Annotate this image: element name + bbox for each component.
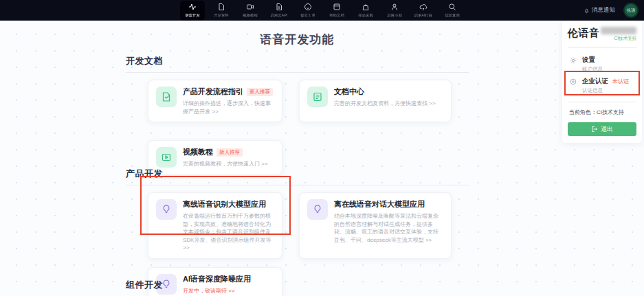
nav-item-cloud-api[interactable]: 启用云API (267, 1, 291, 21)
section-header-components: 组件开发 (126, 279, 469, 296)
menu-item-title: 设置 (582, 56, 603, 65)
section-component-dev: 组件开发 (126, 279, 469, 296)
doc-center-icon (307, 87, 328, 107)
cert-status: 未认证 (612, 78, 629, 85)
activity-icon (188, 3, 197, 11)
newbie-badge: 新人推荐 (247, 88, 273, 96)
bag-icon (362, 3, 370, 11)
card-body: 文档中心 完善的开发文档及资料，方便快速查找 >> (334, 87, 436, 115)
current-role-text: 当前角色：CI技术支持 (568, 108, 636, 117)
nav-item-ai-tagging[interactable]: 启用AI打标 (411, 1, 436, 21)
nav-item-label: 开发资料 (214, 12, 229, 18)
notification-label: 消息通知 (592, 6, 615, 14)
nav-item-video-tutorials[interactable]: 视频教程 (238, 1, 263, 21)
card-title: 视频教程 (183, 147, 213, 157)
card-desc: 完善的开发文档及资料，方便快速查找 >> (334, 100, 436, 108)
redacted-text (601, 27, 636, 34)
nav-item-info-search[interactable]: 信息查询 (440, 1, 465, 21)
menu-item-title: 企业认证 (582, 77, 608, 86)
cloud-upload-icon (419, 3, 428, 11)
bell-icon (584, 8, 590, 14)
nav-items-group: 语音开发 开发资料 视频教程 启用云API 提交工单 帮助文档 样品采购 启用 (180, 1, 465, 21)
logout-button[interactable]: 退出 (568, 122, 636, 136)
docs-card-grid: 产品开发流程指引 新人推荐 详细的操作描述，逐步深入，快速掌握产品开发 >> 文… (148, 80, 469, 175)
menu-item-sub: 认证信息 (582, 87, 629, 94)
card-desc: 结合本地深度降噪及唤醒等算法和云端复杂的自然语言理解与对话生成任务，提供多轮、流… (334, 212, 443, 244)
nav-item-submit-ticket[interactable]: 提交工单 (296, 1, 320, 21)
nav-item-label: 启用AI打标 (414, 12, 432, 18)
avatar-text: 伦语 (627, 8, 636, 14)
file-icon (217, 3, 225, 11)
card-body: 离在线语音对话大模型应用 结合本地深度降噪及唤醒等算法和云端复杂的自然语言理解与… (334, 199, 443, 252)
bulb-icon (156, 199, 177, 220)
card-title: 离线语音识别大模型应用 (183, 199, 266, 209)
nav-item-label: 帮助文档 (329, 12, 344, 18)
card-title: 离在线语音对话大模型应用 (334, 199, 425, 209)
avatar[interactable]: 伦语 (623, 3, 639, 18)
nav-item-label: 启用小助 (387, 12, 402, 18)
section-product-dev: 产品开发 离线语音识别大模型应用 在设备端运行数百万到千万参数的模型，实现高效、… (126, 168, 469, 296)
section-header-products: 产品开发 (126, 168, 469, 185)
bulb-icon (307, 199, 328, 220)
section-dev-docs: 开发文档 产品开发流程指引 新人推荐 详细的操作描述，逐步深入，快速掌握产品开发… (126, 55, 469, 175)
nav-item-dev-materials[interactable]: 开发资料 (209, 1, 234, 21)
user-icon (390, 3, 399, 11)
card-body: 视频教程 新人推荐 完善的视频教程，方便快速入门 >> (183, 147, 268, 168)
nav-item-help-docs[interactable]: 帮助文档 (324, 1, 349, 21)
newbie-badge: 新人推荐 (216, 148, 243, 157)
cert-gear-icon (569, 78, 577, 86)
menu-item-settings[interactable]: 设置 账户信息 (568, 54, 636, 75)
divider (568, 47, 636, 48)
video-book-icon (156, 147, 177, 168)
card-body: 离线语音识别大模型应用 在设备端运行数百万到千万参数的模型，实现高效、准确地将语… (183, 199, 274, 252)
help-box-icon (333, 3, 341, 11)
nav-item-label: 启用云API (270, 12, 287, 18)
search-icon (448, 3, 456, 11)
user-name: 伦语音 (568, 27, 600, 42)
card-title: 文档中心 (334, 87, 364, 97)
support-icon (304, 3, 312, 11)
nav-item-label: 样品采购 (358, 12, 373, 18)
logout-label: 退出 (601, 125, 613, 134)
menu-item-sub: 账户信息 (582, 66, 603, 73)
card-title: 产品开发流程指引 (183, 87, 243, 97)
card-desc: 在设备端运行数百万到千万参数的模型，实现高效、准确地将语音转化为文本或指令；包含… (183, 212, 274, 252)
menu-item-enterprise-cert[interactable]: 企业认证 未认证 认证信息 (568, 75, 636, 96)
user-panel-header: 伦语音 CI技术支持 (568, 27, 636, 42)
user-panel: 伦语音 CI技术支持 设置 账户信息 企业认证 未认证 认证信息 当前角色：CI… (562, 21, 642, 143)
card-offline-asr[interactable]: 离线语音识别大模型应用 在设备端运行数百万到千万参数的模型，实现高效、准确地将语… (148, 192, 282, 259)
nav-item-label: 视频教程 (243, 12, 258, 18)
nav-item-label: 提交工单 (300, 12, 315, 18)
divider (568, 102, 636, 102)
nav-right-group: 消息通知 伦语 (584, 0, 639, 21)
card-desc: 详细的操作描述，逐步深入，快速掌握产品开发 >> (183, 100, 274, 115)
guide-doc-icon (156, 87, 177, 107)
user-tag: CI技术支持 (614, 36, 637, 42)
nav-item-voice-dev[interactable]: 语音开发 (180, 1, 205, 21)
file-api-icon (275, 3, 283, 11)
card-body: 产品开发流程指引 新人推荐 详细的操作描述，逐步深入，快速掌握产品开发 >> (183, 87, 274, 115)
gear-icon (569, 56, 577, 65)
top-navigation-bar: 语音开发 开发资料 视频教程 启用云API 提交工单 帮助文档 样品采购 启用 (0, 0, 644, 21)
page-title: 语音开发功能 (126, 32, 469, 47)
card-online-dialog[interactable]: 离在线语音对话大模型应用 结合本地深度降噪及唤醒等算法和云端复杂的自然语言理解与… (299, 192, 452, 259)
nav-item-label: 语音开发 (185, 12, 200, 18)
video-icon (246, 3, 254, 11)
nav-item-label: 信息查询 (445, 12, 460, 18)
logout-icon (591, 126, 598, 133)
card-product-dev-guide[interactable]: 产品开发流程指引 新人推荐 详细的操作描述，逐步深入，快速掌握产品开发 >> (148, 80, 282, 122)
notification-button[interactable]: 消息通知 (584, 6, 615, 14)
nav-item-assistant[interactable]: 启用小助 (382, 1, 407, 21)
card-doc-center[interactable]: 文档中心 完善的开发文档及资料，方便快速查找 >> (299, 80, 452, 122)
nav-item-sample-purchase[interactable]: 样品采购 (353, 1, 378, 21)
section-header-docs: 开发文档 (126, 55, 469, 73)
